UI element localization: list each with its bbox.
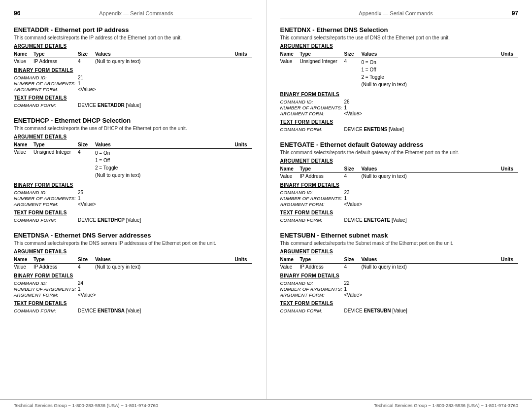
page-title-left: Appendix — Serial Commands — [99, 10, 173, 16]
enetdnsa-row-values: (Null to query in text) — [95, 264, 235, 271]
enetdnsa-table: Name Type Size Values Units Value IP Add… — [14, 256, 252, 270]
enetaddr-cmdid: Command ID: 21 — [14, 75, 252, 80]
enetdnx-binary-label: BINARY FORM DETAILS — [280, 92, 519, 97]
enetsubn-cmdform: Command Form: DEVICE ENETSUBN [Value] — [280, 308, 519, 313]
enetdhcp-th-units: Units — [235, 141, 252, 149]
enetsubn-row-size: 4 — [344, 264, 362, 271]
enetsubn-cmdid-label: Command ID: — [280, 280, 344, 286]
section-enetsubn: ENETSUBN - Ethernet subnet mask This com… — [280, 232, 519, 313]
table-row: Value IP Address 4 (Null to query in tex… — [280, 264, 519, 271]
enetdnsa-numargs: Number of Arguments: 1 — [14, 286, 252, 292]
table-row: Value IP Address 4 (Null to query in tex… — [14, 264, 252, 271]
enetgate-numargs-value: 1 — [344, 196, 347, 201]
enetaddr-row-values: (Null to query in text) — [95, 58, 235, 65]
enetdnx-th-values: Values — [362, 51, 501, 58]
footer-right: Technical Services Group ~ 1-800-283-593… — [374, 403, 518, 408]
footer-left: Technical Services Group ~ 1-800-283-593… — [14, 403, 158, 408]
enetsubn-numargs-value: 1 — [344, 286, 347, 292]
enetsubn-th-type: Type — [300, 256, 344, 264]
enetdhcp-arg-label: ARGUMENT DETAILS — [14, 134, 252, 139]
enetdnsa-cmdform-label: Command Form: — [14, 308, 78, 313]
enetaddr-arg-label: ARGUMENT DETAILS — [14, 43, 252, 49]
enetdnsa-text-label: TEXT FORM DETAILS — [14, 301, 252, 306]
enetdhcp-row-units — [235, 149, 252, 180]
enetdnx-desc: This command selects/reports the use of … — [280, 35, 519, 40]
enetdhcp-row-size: 4 — [78, 149, 95, 180]
enetsubn-title: ENETSUBN - Ethernet subnet mask — [280, 232, 519, 239]
enetgate-cmdid-label: Command ID: — [280, 190, 344, 195]
enetgate-table: Name Type Size Values Units Value IP Add… — [280, 166, 519, 179]
enetdhcp-argform-value: <Value> — [78, 202, 96, 207]
enetgate-cmdform-value: DEVICE ENETGATE [Value] — [344, 217, 407, 223]
enetdnsa-desc: This command selects/reports the DNS ser… — [14, 240, 252, 246]
enetdnsa-row-type: IP Address — [33, 264, 78, 271]
enetsubn-cmdform-value: DEVICE ENETSUBN [Value] — [344, 308, 407, 313]
enetgate-text-label: TEXT FORM DETAILS — [280, 210, 519, 215]
enetgate-argform-label: Argument Form: — [280, 202, 344, 207]
enetdnx-th-units: Units — [501, 51, 518, 58]
page-number-left: 96 — [14, 10, 20, 17]
page-header-left: 96 Appendix — Serial Commands — [14, 10, 252, 19]
enetsubn-row-name: Value — [280, 264, 300, 271]
enetdnx-cmdid-value: 26 — [344, 99, 350, 104]
content-area: 96 Appendix — Serial Commands ENETADDR -… — [0, 0, 532, 399]
enetdnsa-argform-value: <Value> — [78, 292, 96, 298]
enetdhcp-cmdid-value: 25 — [78, 190, 83, 195]
enetdnsa-numargs-value: 1 — [78, 286, 81, 292]
enetgate-title: ENETGATE - Ethernet default Gateway addr… — [280, 141, 519, 148]
enetgate-binary-label: BINARY FORM DETAILS — [280, 182, 519, 188]
page-left: 96 Appendix — Serial Commands ENETADDR -… — [0, 0, 266, 399]
enetsubn-row-type: IP Address — [300, 264, 344, 271]
table-row: Value Unsigned Integer 4 0 = On1 = Off2 … — [280, 58, 519, 89]
enetaddr-argform: Argument Form: <Value> — [14, 87, 252, 92]
enetdnx-numargs-value: 1 — [344, 105, 347, 110]
enetsubn-cmdid: Command ID: 22 — [280, 280, 519, 286]
enetgate-numargs: Number of Arguments: 1 — [280, 196, 519, 201]
enetdnsa-row-units — [235, 264, 252, 271]
enetgate-arg-label: ARGUMENT DETAILS — [280, 158, 519, 164]
enetsubn-th-name: Name — [280, 256, 300, 264]
section-enetdnx: ENETDNX - Ethernet DNS Selection This co… — [280, 26, 519, 132]
enetdnx-numargs-label: Number of Arguments: — [280, 105, 344, 110]
enetdhcp-numargs-label: Number of Arguments: — [14, 196, 78, 201]
enetdhcp-numargs-value: 1 — [78, 196, 81, 201]
enetsubn-table: Name Type Size Values Units Value IP Add… — [280, 256, 519, 270]
page-right: Appendix — Serial Commands 97 ENETDNX - … — [266, 0, 532, 399]
enetdnsa-cmdid-label: Command ID: — [14, 280, 78, 286]
enetaddr-argform-label: Argument Form: — [14, 87, 78, 92]
page-title-right: Appendix — Serial Commands — [359, 10, 432, 16]
enetaddr-row-name: Value — [14, 58, 33, 65]
enetsubn-th-values: Values — [362, 256, 501, 264]
enetgate-argform: Argument Form: <Value> — [280, 202, 519, 207]
enetgate-row-name: Value — [280, 173, 300, 180]
enetgate-row-type: IP Address — [300, 173, 344, 180]
enetgate-argform-value: <Value> — [344, 202, 363, 207]
enetdnx-argform-label: Argument Form: — [280, 111, 344, 116]
enetdnx-title: ENETDNX - Ethernet DNS Selection — [280, 26, 519, 34]
enetdhcp-row-type: Unsigned Integer — [33, 149, 78, 180]
enetdnx-row-type: Unsigned Integer — [300, 58, 344, 89]
enetaddr-row-units — [235, 58, 252, 65]
enetaddr-binary-label: BINARY FORM DETAILS — [14, 68, 252, 73]
enetsubn-th-size: Size — [344, 256, 362, 264]
enetsubn-desc: This command selects/reports the Subnet … — [280, 240, 519, 246]
enetdhcp-row-values: 0 = On1 = Off2 = Toggle(Null to query in… — [95, 149, 235, 180]
table-row: Value Unsigned Integer 4 0 = On1 = Off2 … — [14, 149, 252, 180]
enetgate-th-size: Size — [344, 166, 362, 173]
enetaddr-cmdform-label: Command Form: — [14, 103, 78, 108]
enetaddr-text-label: TEXT FORM DETAILS — [14, 95, 252, 101]
enetdnsa-binary-label: BINARY FORM DETAILS — [14, 273, 252, 278]
enetaddr-numargs-value: 1 — [78, 81, 81, 86]
enetsubn-row-units — [501, 264, 518, 271]
enetdhcp-table: Name Type Size Values Units Value Unsign… — [14, 141, 252, 179]
page-footer: Technical Services Group ~ 1-800-283-593… — [0, 399, 532, 411]
page-wrapper: 96 Appendix — Serial Commands ENETADDR -… — [0, 0, 532, 411]
enetdhcp-binary-label: BINARY FORM DETAILS — [14, 182, 252, 188]
enetdnx-th-name: Name — [280, 51, 300, 58]
enetdnx-cmdform-value: DEVICE ENETDNS [Value] — [344, 127, 404, 132]
enetdhcp-desc: This command selects/reports the use of … — [14, 126, 252, 131]
enetdhcp-th-type: Type — [33, 141, 78, 149]
enetdnsa-arg-label: ARGUMENT DETAILS — [14, 249, 252, 254]
section-enetgate: ENETGATE - Ethernet default Gateway addr… — [280, 141, 519, 223]
enetaddr-desc: This command selects/reports the IP addr… — [14, 35, 252, 40]
